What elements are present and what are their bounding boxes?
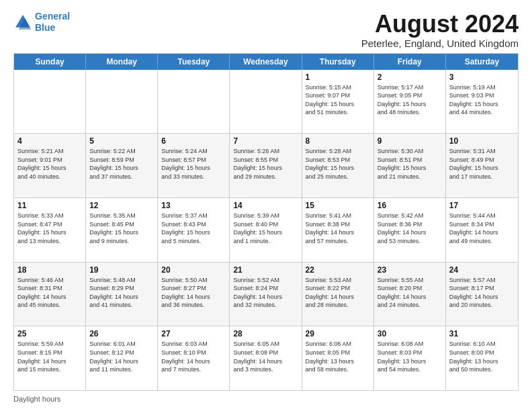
day-number: 5 xyxy=(89,136,154,146)
day-number: 24 xyxy=(449,265,515,275)
header-day-saturday: Saturday xyxy=(446,54,518,70)
week-row-5: 25Sunrise: 5:59 AM Sunset: 8:15 PM Dayli… xyxy=(14,326,518,390)
calendar-body: 1Sunrise: 5:15 AM Sunset: 9:07 PM Daylig… xyxy=(14,70,518,390)
day-number: 12 xyxy=(89,201,154,210)
cell-info: Sunrise: 5:15 AM Sunset: 9:07 PM Dayligh… xyxy=(306,83,370,117)
cal-cell: 20Sunrise: 5:50 AM Sunset: 8:27 PM Dayli… xyxy=(158,263,230,326)
day-number: 27 xyxy=(161,329,226,338)
day-number: 21 xyxy=(233,265,298,275)
cal-cell: 14Sunrise: 5:39 AM Sunset: 8:40 PM Dayli… xyxy=(230,198,302,262)
cell-info: Sunrise: 5:24 AM Sunset: 8:57 PM Dayligh… xyxy=(161,147,226,181)
day-number: 3 xyxy=(449,73,515,82)
cell-info: Sunrise: 5:30 AM Sunset: 8:51 PM Dayligh… xyxy=(378,147,442,181)
calendar-header: SundayMondayTuesdayWednesdayThursdayFrid… xyxy=(14,54,518,70)
day-number: 23 xyxy=(378,265,442,275)
day-number: 10 xyxy=(449,136,515,146)
cal-cell: 25Sunrise: 5:59 AM Sunset: 8:15 PM Dayli… xyxy=(14,326,86,390)
day-number: 14 xyxy=(233,201,298,210)
day-number: 16 xyxy=(378,201,442,210)
cal-cell: 18Sunrise: 5:46 AM Sunset: 8:31 PM Dayli… xyxy=(14,263,86,326)
week-row-1: 1Sunrise: 5:15 AM Sunset: 9:07 PM Daylig… xyxy=(14,70,518,134)
cell-info: Sunrise: 5:59 AM Sunset: 8:15 PM Dayligh… xyxy=(17,340,82,373)
cal-cell: 11Sunrise: 5:33 AM Sunset: 8:47 PM Dayli… xyxy=(14,198,86,262)
day-number: 11 xyxy=(17,201,82,210)
cell-info: Sunrise: 5:31 AM Sunset: 8:49 PM Dayligh… xyxy=(449,147,515,181)
day-number: 1 xyxy=(306,73,370,82)
cal-cell: 6Sunrise: 5:24 AM Sunset: 8:57 PM Daylig… xyxy=(158,134,230,197)
cell-info: Sunrise: 5:22 AM Sunset: 8:59 PM Dayligh… xyxy=(89,147,154,181)
cell-info: Sunrise: 5:46 AM Sunset: 8:31 PM Dayligh… xyxy=(17,276,82,310)
cal-cell: 23Sunrise: 5:55 AM Sunset: 8:20 PM Dayli… xyxy=(374,263,446,326)
cal-cell: 16Sunrise: 5:42 AM Sunset: 8:36 PM Dayli… xyxy=(374,198,446,262)
cell-info: Sunrise: 6:10 AM Sunset: 8:00 PM Dayligh… xyxy=(449,340,515,373)
cell-info: Sunrise: 6:01 AM Sunset: 8:12 PM Dayligh… xyxy=(89,340,154,373)
day-number: 13 xyxy=(161,201,226,210)
cell-info: Sunrise: 5:26 AM Sunset: 8:55 PM Dayligh… xyxy=(233,147,298,181)
footer: Daylight hours xyxy=(13,395,519,403)
cell-info: Sunrise: 5:33 AM Sunset: 8:47 PM Dayligh… xyxy=(17,212,82,245)
cal-cell: 26Sunrise: 6:01 AM Sunset: 8:12 PM Dayli… xyxy=(86,326,158,390)
cal-cell: 15Sunrise: 5:41 AM Sunset: 8:38 PM Dayli… xyxy=(302,198,374,262)
cal-cell: 9Sunrise: 5:30 AM Sunset: 8:51 PM Daylig… xyxy=(374,134,446,197)
cal-cell: 29Sunrise: 6:06 AM Sunset: 8:05 PM Dayli… xyxy=(302,326,374,390)
cal-cell: 27Sunrise: 6:03 AM Sunset: 8:10 PM Dayli… xyxy=(158,326,230,390)
cal-cell: 2Sunrise: 5:17 AM Sunset: 9:05 PM Daylig… xyxy=(374,70,446,134)
header-day-sunday: Sunday xyxy=(14,54,86,70)
logo-text: General Blue xyxy=(35,11,70,34)
header-day-thursday: Thursday xyxy=(302,54,374,70)
cell-info: Sunrise: 5:44 AM Sunset: 8:34 PM Dayligh… xyxy=(449,212,515,245)
cell-info: Sunrise: 5:21 AM Sunset: 9:01 PM Dayligh… xyxy=(17,147,82,181)
cal-cell: 12Sunrise: 5:35 AM Sunset: 8:45 PM Dayli… xyxy=(86,198,158,262)
day-number: 31 xyxy=(449,329,515,338)
logo-icon xyxy=(13,13,32,32)
cal-cell: 1Sunrise: 5:15 AM Sunset: 9:07 PM Daylig… xyxy=(302,70,374,134)
day-number: 8 xyxy=(306,136,370,146)
footer-label: Daylight hours xyxy=(13,395,60,403)
day-number: 28 xyxy=(233,329,298,338)
cell-info: Sunrise: 5:28 AM Sunset: 8:53 PM Dayligh… xyxy=(306,147,370,181)
week-row-4: 18Sunrise: 5:46 AM Sunset: 8:31 PM Dayli… xyxy=(14,263,518,327)
day-number: 18 xyxy=(17,265,82,275)
cell-info: Sunrise: 6:03 AM Sunset: 8:10 PM Dayligh… xyxy=(161,340,226,373)
cal-cell xyxy=(14,70,86,134)
day-number: 25 xyxy=(17,329,82,338)
cal-cell: 13Sunrise: 5:37 AM Sunset: 8:43 PM Dayli… xyxy=(158,198,230,262)
cell-info: Sunrise: 6:05 AM Sunset: 8:08 PM Dayligh… xyxy=(233,340,298,373)
page: General Blue August 2024 Peterlee, Engla… xyxy=(0,0,532,411)
cal-cell: 24Sunrise: 5:57 AM Sunset: 8:17 PM Dayli… xyxy=(446,263,518,326)
cal-cell: 21Sunrise: 5:52 AM Sunset: 8:24 PM Dayli… xyxy=(230,263,302,326)
day-number: 7 xyxy=(233,136,298,146)
cal-cell: 19Sunrise: 5:48 AM Sunset: 8:29 PM Dayli… xyxy=(86,263,158,326)
header-day-wednesday: Wednesday xyxy=(230,54,302,70)
cell-info: Sunrise: 5:39 AM Sunset: 8:40 PM Dayligh… xyxy=(233,212,298,245)
day-number: 6 xyxy=(161,136,226,146)
cell-info: Sunrise: 5:19 AM Sunset: 9:03 PM Dayligh… xyxy=(449,83,515,117)
cal-cell: 17Sunrise: 5:44 AM Sunset: 8:34 PM Dayli… xyxy=(446,198,518,262)
cell-info: Sunrise: 5:37 AM Sunset: 8:43 PM Dayligh… xyxy=(161,212,226,245)
calendar: SundayMondayTuesdayWednesdayThursdayFrid… xyxy=(13,53,519,391)
cal-cell xyxy=(86,70,158,134)
title-block: August 2024 Peterlee, England, United Ki… xyxy=(361,11,519,49)
cell-info: Sunrise: 5:17 AM Sunset: 9:05 PM Dayligh… xyxy=(378,83,442,117)
cell-info: Sunrise: 5:52 AM Sunset: 8:24 PM Dayligh… xyxy=(233,276,298,310)
cell-info: Sunrise: 5:57 AM Sunset: 8:17 PM Dayligh… xyxy=(449,276,515,310)
cell-info: Sunrise: 5:41 AM Sunset: 8:38 PM Dayligh… xyxy=(306,212,370,245)
cal-cell: 8Sunrise: 5:28 AM Sunset: 8:53 PM Daylig… xyxy=(302,134,374,197)
day-number: 4 xyxy=(17,136,82,146)
day-number: 19 xyxy=(89,265,154,275)
header-day-tuesday: Tuesday xyxy=(158,54,230,70)
cell-info: Sunrise: 6:06 AM Sunset: 8:05 PM Dayligh… xyxy=(306,340,370,373)
cal-cell: 10Sunrise: 5:31 AM Sunset: 8:49 PM Dayli… xyxy=(446,134,518,197)
day-number: 22 xyxy=(306,265,370,275)
logo: General Blue xyxy=(13,11,70,34)
cell-info: Sunrise: 5:35 AM Sunset: 8:45 PM Dayligh… xyxy=(89,212,154,245)
cal-cell: 7Sunrise: 5:26 AM Sunset: 8:55 PM Daylig… xyxy=(230,134,302,197)
day-number: 2 xyxy=(378,73,442,82)
day-number: 20 xyxy=(161,265,226,275)
day-number: 17 xyxy=(449,201,515,210)
week-row-2: 4Sunrise: 5:21 AM Sunset: 9:01 PM Daylig… xyxy=(14,134,518,198)
day-number: 9 xyxy=(378,136,442,146)
cal-cell xyxy=(158,70,230,134)
cal-cell: 3Sunrise: 5:19 AM Sunset: 9:03 PM Daylig… xyxy=(446,70,518,134)
day-number: 30 xyxy=(378,329,442,338)
